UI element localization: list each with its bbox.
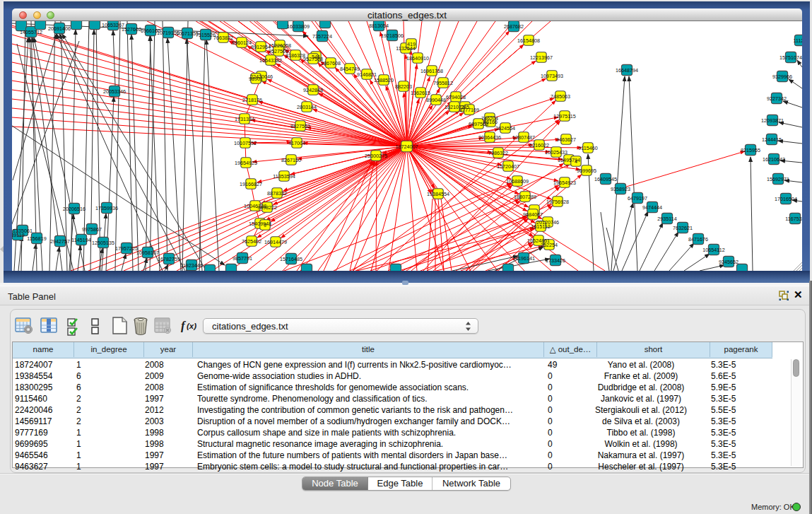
svg-text:8427552: 8427552 [290,123,310,129]
svg-text:15716485: 15716485 [280,256,302,262]
svg-text:20364436: 20364436 [478,134,501,141]
svg-text:9115460: 9115460 [578,145,597,151]
svg-text:1731334: 1731334 [235,116,254,122]
svg-text:16961758: 16961758 [420,68,443,74]
svg-text:1527602: 1527602 [122,26,141,33]
svg-text:2687682: 2687682 [504,23,524,30]
svg-text:9699695: 9699695 [577,168,596,174]
svg-text:15751074: 15751074 [779,54,802,61]
svg-text:18640910: 18640910 [406,55,429,62]
svg-text:20691406: 20691406 [48,25,71,32]
svg-text:2935114: 2935114 [657,216,676,222]
svg-text:19654925: 19654925 [235,160,257,166]
svg-text:7955812: 7955812 [433,80,453,86]
svg-text:19166827: 19166827 [240,181,262,187]
svg-text:252254: 252254 [541,242,558,248]
svg-text:9358923: 9358923 [611,186,630,192]
svg-text:16782759: 16782759 [158,256,180,262]
svg-text:15409948: 15409948 [249,221,271,227]
svg-text:16154808: 16154808 [517,37,540,44]
svg-text:10025433: 10025433 [545,149,567,156]
svg-text:19654923: 19654923 [553,180,576,186]
svg-text:9242848: 9242848 [303,87,323,93]
svg-text:882203: 882203 [395,83,412,90]
svg-text:419: 419 [407,41,416,47]
svg-text:(x): (x) [187,322,196,330]
svg-text:17957225: 17957225 [115,245,138,252]
svg-text:1588520: 1588520 [374,77,394,83]
svg-text:9329966: 9329966 [772,74,792,80]
svg-text:4: 4 [575,158,577,165]
svg-text:9474444: 9474444 [642,204,662,211]
svg-text:8186328: 8186328 [286,52,305,59]
svg-text:9: 9 [264,222,266,228]
svg-text:12505135: 12505135 [92,240,114,246]
svg-text:1615112: 1615112 [531,223,550,230]
svg-text:17359936: 17359936 [95,205,118,211]
svg-text:20206516: 20206516 [63,206,86,212]
svg-text:8813054: 8813054 [369,23,389,29]
svg-text:16648794: 16648794 [616,67,638,74]
svg-text:f: f [181,319,187,332]
svg-text:2718176: 2718176 [242,97,262,103]
svg-text:1156819: 1156819 [27,235,46,242]
svg-text:1244415: 1244415 [762,136,782,143]
svg-text:16914479: 16914479 [264,239,287,245]
svg-text:18807289: 18807289 [514,194,536,200]
svg-text:17016504: 17016504 [775,196,797,202]
svg-text:8960124: 8960124 [232,40,252,46]
svg-text:18724007: 18724007 [396,144,418,150]
svg-text:16409545: 16409545 [594,176,617,182]
svg-text:25300275: 25300275 [365,153,387,159]
svg-text:9857791: 9857791 [233,255,252,262]
svg-text:11923446: 11923446 [180,262,202,269]
svg-text:9227342: 9227342 [767,95,787,102]
svg-text:1167531: 1167531 [785,216,802,222]
svg-text:7632621: 7632621 [673,225,693,231]
svg-text:12213967: 12213967 [530,54,553,61]
svg-text:11353594: 11353594 [273,173,295,180]
svg-text:19384554: 19384554 [427,191,449,197]
svg-text:98901: 98901 [249,76,263,82]
svg-text:9527508: 9527508 [303,56,323,62]
svg-text:16033809: 16033809 [287,23,310,30]
svg-text:6479197: 6479197 [628,195,647,201]
svg-text:46166: 46166 [483,119,498,125]
svg-text:7663822: 7663822 [213,35,233,41]
svg-text:9684067: 9684067 [523,211,543,218]
svg-text:15692971: 15692971 [767,176,789,182]
svg-text:8267150: 8267150 [281,157,301,163]
svg-text:9463627: 9463627 [556,136,576,143]
svg-text:7625402: 7625402 [242,238,261,245]
svg-text:10807487: 10807487 [512,134,535,141]
svg-text:10973493: 10973493 [541,73,563,79]
svg-text:1362615: 1362615 [411,90,430,96]
svg-text:8471676: 8471676 [688,236,708,243]
svg-text:8990448: 8990448 [426,97,446,103]
svg-text:8215955: 8215955 [741,147,760,153]
svg-text:9777169: 9777169 [459,107,479,113]
svg-text:7515526: 7515526 [196,32,216,38]
svg-text:19218506: 19218506 [381,33,404,39]
svg-text:3624554: 3624554 [495,125,515,132]
svg-text:16210643: 16210643 [763,156,785,163]
svg-text:1335061: 1335061 [13,228,33,234]
svg-text:14055712: 14055712 [20,29,42,35]
svg-text:2803144: 2803144 [297,104,317,110]
svg-text:12975115: 12975115 [553,113,575,119]
svg-text:10654112: 10654112 [702,247,724,253]
svg-text:1145194: 1145194 [71,237,90,243]
svg-text:14196141: 14196141 [512,255,535,262]
svg-text:7986322: 7986322 [488,150,508,156]
svg-text:20053346: 20053346 [103,88,126,95]
svg-text:7485063: 7485063 [551,93,570,100]
svg-text:10958107: 10958107 [136,250,159,256]
svg-text:2867608: 2867608 [321,60,341,66]
svg-text:9975867: 9975867 [82,226,102,233]
svg-text:9498222: 9498222 [257,204,277,211]
svg-text:8878332: 8878332 [267,190,287,197]
svg-text:6216022: 6216022 [529,142,549,148]
svg-text:1733426: 1733426 [546,257,565,264]
svg-text:15720407: 15720407 [497,163,519,170]
svg-text:6794028: 6794028 [446,94,466,100]
